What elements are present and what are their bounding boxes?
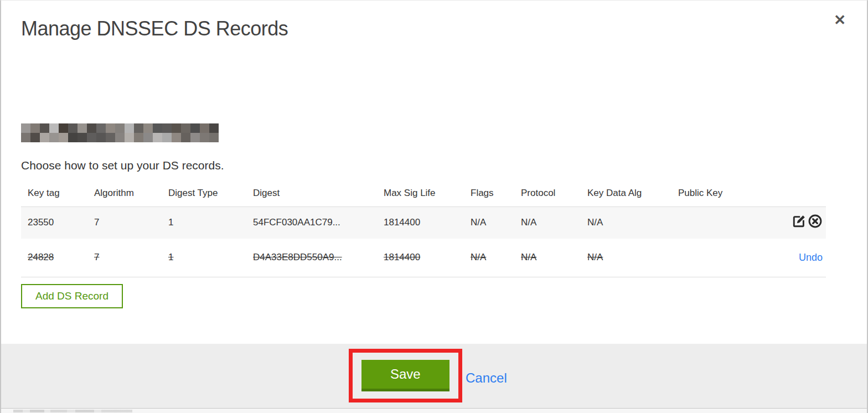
cell-key-data-alg: N/A [581, 239, 671, 277]
cell-max-sig-life: 1814400 [377, 207, 464, 239]
redacted-domain-name [21, 123, 219, 142]
cell-flags: N/A [464, 239, 514, 277]
col-header-max-sig-life: Max Sig Life [377, 183, 464, 207]
col-header-key-tag: Key tag [21, 183, 87, 207]
cell-digest-type: 1 [162, 239, 246, 277]
modal-footer: Save Cancel [1, 344, 867, 408]
undo-link[interactable]: Undo [799, 252, 823, 263]
table-row: 24828 7 1 D4A33E8DD550A9... 1814400 N/A … [21, 239, 826, 277]
edit-record-icon[interactable] [792, 214, 807, 229]
cell-key-tag: 24828 [21, 239, 87, 277]
underlying-page-blur [13, 410, 132, 412]
dnssec-ds-records-dialog: Manage DNSSEC DS Records ✕ Choose how to… [0, 0, 868, 413]
cell-key-data-alg: N/A [581, 207, 671, 239]
underlying-page-edge [1, 408, 867, 413]
col-header-actions [743, 183, 826, 207]
col-header-algorithm: Algorithm [87, 183, 162, 207]
cell-key-tag: 23550 [21, 207, 87, 239]
cell-flags: N/A [464, 207, 514, 239]
cell-digest: 54FCF030AA1C79... [246, 207, 377, 239]
delete-record-icon[interactable] [808, 214, 823, 229]
cell-protocol: N/A [514, 239, 581, 277]
cell-digest-type: 1 [162, 207, 246, 239]
cell-max-sig-life: 1814400 [377, 239, 464, 277]
cell-algorithm: 7 [87, 207, 162, 239]
cell-digest: D4A33E8DD550A9... [246, 239, 377, 277]
col-header-digest-type: Digest Type [162, 183, 246, 207]
close-icon[interactable]: ✕ [834, 13, 846, 27]
cell-public-key [671, 239, 743, 277]
table-row: 23550 7 1 54FCF030AA1C79... 1814400 N/A … [21, 207, 826, 239]
cell-algorithm: 7 [87, 239, 162, 277]
annotation-red-box: Save [349, 349, 462, 402]
modal-body: Manage DNSSEC DS Records ✕ Choose how to… [1, 1, 867, 344]
table-header-row: Key tag Algorithm Digest Type Digest Max… [21, 183, 826, 207]
cancel-link[interactable]: Cancel [466, 370, 507, 386]
add-ds-record-button[interactable]: Add DS Record [21, 284, 123, 308]
cell-actions [743, 207, 826, 239]
cell-actions: Undo [743, 239, 826, 277]
instruction-text: Choose how to set up your DS records. [21, 159, 224, 172]
cell-protocol: N/A [514, 207, 581, 239]
col-header-key-data-alg: Key Data Alg [581, 183, 671, 207]
col-header-public-key: Public Key [671, 183, 743, 207]
col-header-flags: Flags [464, 183, 514, 207]
col-header-protocol: Protocol [514, 183, 581, 207]
save-button[interactable]: Save [361, 360, 450, 391]
ds-records-table: Key tag Algorithm Digest Type Digest Max… [21, 183, 826, 277]
col-header-digest: Digest [246, 183, 377, 207]
cell-public-key [671, 207, 743, 239]
page-title: Manage DNSSEC DS Records [21, 17, 288, 40]
